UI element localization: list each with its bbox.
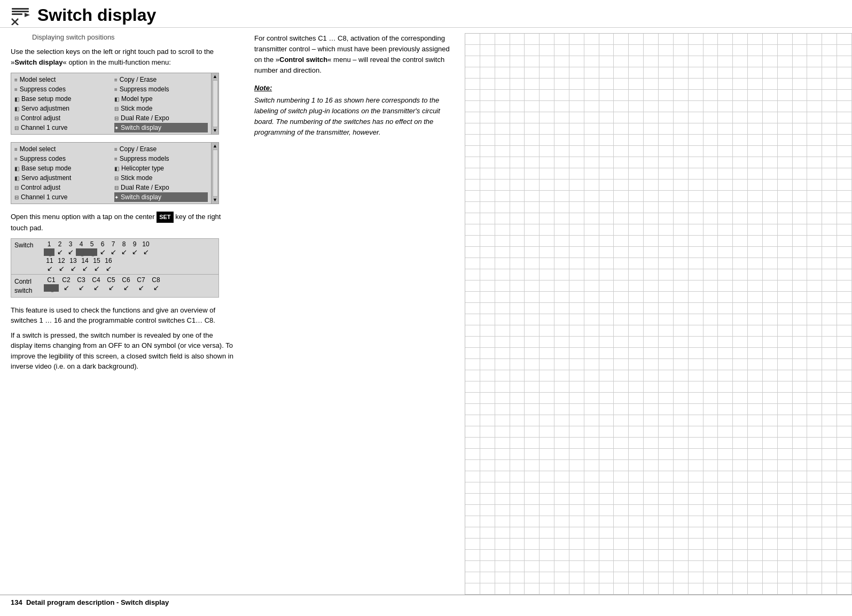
grid-cell [525,112,540,123]
grid-cell [748,247,763,258]
grid-cell [525,583,540,595]
contrl-label: Contrlswitch [14,276,44,295]
grid-cell [718,471,733,482]
grid-cell [599,337,614,348]
grid-cell [510,337,525,348]
grid-cell [778,224,793,236]
grid-cell [689,269,704,280]
grid-cell [837,482,852,494]
grid-cell [689,583,704,595]
grid-cell [778,146,793,157]
grid-cell [584,438,599,449]
grid-cell [510,471,525,482]
grid-cell [733,561,748,572]
scroll-down[interactable]: ▼ [213,128,217,133]
grid-cell [599,494,614,505]
grid-cell [704,101,718,112]
grid-cell [704,90,718,101]
grid-cell [510,101,525,112]
scroll-down-2[interactable]: ▼ [213,198,217,202]
menu-item: ◧ Model type [114,94,208,104]
grid-cell [465,314,480,325]
grid-cell [704,415,718,426]
grid-cell [807,236,822,247]
grid-cell [644,247,659,258]
grid-cell [569,135,584,146]
grid-cell [704,438,718,449]
grid-cell [599,79,614,90]
grid-cell [584,101,599,112]
grid-cell [763,247,778,258]
grid-cell [540,146,554,157]
grid-cell [807,202,822,213]
grid-cell [554,112,569,123]
grid-cell [718,539,733,550]
grid-cell [674,482,689,494]
grid-cell [644,471,659,482]
grid-cell [644,146,659,157]
grid-cell [569,505,584,516]
grid-cell [569,236,584,247]
grid-cell [614,191,629,202]
grid-cell [674,359,689,370]
grid-cell [495,561,510,572]
grid-cell [659,449,674,460]
grid-cell [748,494,763,505]
grid-cell [807,146,822,157]
grid-cell [584,426,599,438]
grid-cell [674,348,689,359]
grid-cell [614,45,629,56]
scroll-up[interactable]: ▲ [213,74,217,79]
grid-cell [525,79,540,90]
grid-cell [569,393,584,404]
grid-cell [733,494,748,505]
grid-cell [480,460,495,471]
grid-cell [525,45,540,56]
grid-cell [644,56,659,67]
grid-cell [629,269,644,280]
menu-item: ◧ Base setup mode [14,163,108,173]
grid-cell [822,527,837,539]
grid-cell [644,370,659,381]
grid-cell [510,34,525,45]
grid-cell [748,202,763,213]
grid-cell [614,101,629,112]
grid-cell [793,482,808,494]
grid-cell [540,494,554,505]
grid-cell [465,426,480,438]
grid-cell [674,325,689,337]
grid-cell [718,247,733,258]
scrollbar-2[interactable]: ▲ ▼ [211,143,218,204]
grid-cell [659,348,674,359]
grid-cell [554,460,569,471]
grid-cell [495,135,510,146]
sw-num: 8 [119,240,129,248]
set-button-label: SET [157,212,173,223]
grid-cell [525,67,540,79]
grid-cell [674,157,689,168]
grid-cell [822,180,837,191]
grid-cell [554,157,569,168]
grid-cell [569,572,584,583]
grid-cell [629,168,644,180]
grid-cell [480,426,495,438]
grid-cell [614,393,629,404]
grid-cell [510,381,525,393]
grid-cell [822,460,837,471]
grid-cell [614,247,629,258]
grid-cell [540,123,554,135]
cs-sym: ↙ [119,284,134,292]
grid-cell [822,482,837,494]
switch-row-top: Switch 1 2 3 4 5 6 7 8 9 10 [11,239,218,275]
grid-cell [480,572,495,583]
grid-cell [733,123,748,135]
grid-cell [778,258,793,269]
grid-cell [554,123,569,135]
grid-cell [629,449,644,460]
grid-cell [704,348,718,359]
grid-cell [718,404,733,415]
grid-cell [822,359,837,370]
grid-cell [718,449,733,460]
scrollbar-1[interactable]: ▲ ▼ [211,73,218,134]
scroll-up-2[interactable]: ▲ [213,144,217,149]
